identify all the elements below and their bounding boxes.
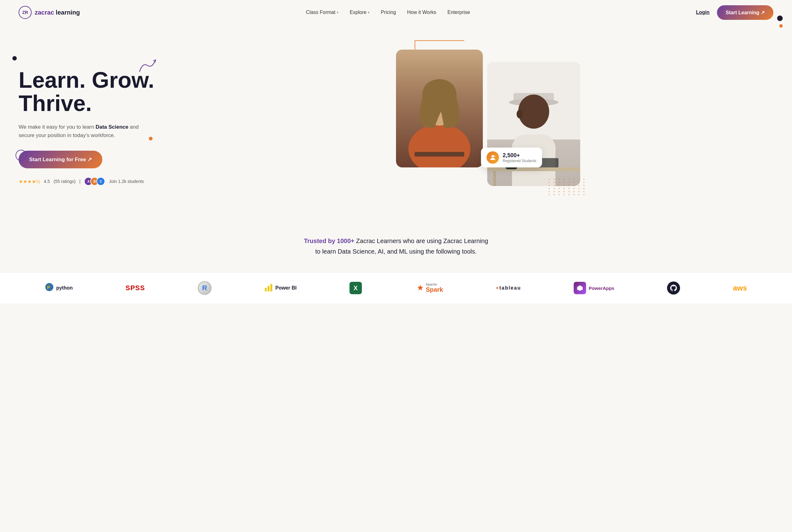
join-text: Join 1.2k students <box>109 179 144 184</box>
hero-dark-dot <box>13 56 17 60</box>
dot-grid-dot <box>578 185 580 186</box>
dot-grid-dot <box>568 194 570 195</box>
svg-point-18 <box>494 156 495 157</box>
divider: | <box>79 179 81 184</box>
logo-icon: ZR <box>19 6 32 19</box>
nav-enterprise[interactable]: Enterprise <box>448 10 470 15</box>
svg-marker-24 <box>577 285 583 291</box>
powerapps-icon <box>574 282 586 294</box>
nav-class-format[interactable]: Class Format ▾ <box>306 10 339 15</box>
dot-grid-dot <box>553 182 555 183</box>
rating-score: 4.5 <box>44 179 50 184</box>
chevron-down-icon: ▾ <box>368 11 370 15</box>
chevron-down-icon: ▾ <box>337 11 339 15</box>
hero-right: 2,500+ Registered Students // Will be re… <box>396 50 773 186</box>
dot-grid-dot <box>553 188 555 189</box>
nav-explore[interactable]: Explore ▾ <box>350 10 370 15</box>
spark-icon: ★ <box>417 284 423 292</box>
dot-grid-dot <box>549 182 550 183</box>
svg-rect-4 <box>415 152 464 156</box>
nav-links: Class Format ▾ Explore ▾ Pricing How it … <box>306 10 470 15</box>
powerbi-label: Power BI <box>276 285 297 291</box>
hero-cta-button[interactable]: Start Learning for Free ↗ <box>19 151 102 168</box>
nav-right: Login Start Learning ↗ <box>696 5 773 20</box>
dot-grid-dot <box>563 185 565 186</box>
tool-aws: aws <box>733 284 747 292</box>
powerbi-icon <box>264 283 273 293</box>
svg-point-17 <box>491 155 494 157</box>
login-button[interactable]: Login <box>696 10 710 15</box>
tool-tableau: +tableau <box>496 285 521 291</box>
svg-text:P: P <box>47 285 50 290</box>
dot-grid-dot <box>578 182 580 183</box>
tools-bar: P python SPSS R Power BI X ★ Apache Spar… <box>0 272 792 304</box>
dot-grid-dot <box>549 188 550 189</box>
dot-grid-dot <box>573 178 574 180</box>
student-avatars: A B C <box>84 177 105 186</box>
dot-grid-dot <box>553 191 555 192</box>
dot-grid-dot <box>549 191 550 192</box>
dot-grid-dot <box>559 188 560 189</box>
r-icon: R <box>198 281 211 295</box>
tool-github <box>667 282 680 294</box>
hero-headline: Learn. Grow. Thrive. <box>19 69 381 115</box>
svg-point-12 <box>516 110 523 118</box>
hero-left: Learn. Grow. Thrive. We make it easy for… <box>19 50 381 186</box>
nav-orange-dot <box>779 24 783 27</box>
dot-grid-dot <box>563 178 565 180</box>
dot-grid-dot <box>568 188 570 189</box>
dot-grid-dot <box>559 182 560 183</box>
dot-grid-dot <box>583 191 585 192</box>
dot-grid-dot <box>553 194 555 195</box>
aws-icon-text: aws <box>733 284 747 292</box>
dot-grid-dot <box>559 185 560 186</box>
woman-studying-image <box>396 50 483 167</box>
tool-r: R <box>198 281 211 295</box>
tool-spark: ★ Apache Spark <box>417 283 443 293</box>
dot-grid-dot <box>563 194 565 195</box>
dot-grid-dot <box>573 188 574 189</box>
dot-grid-dot <box>568 185 570 186</box>
ratings-row: ★★★★½ 4.5 (55 ratings) | A B C Join 1.2k… <box>19 177 381 186</box>
svg-rect-13 <box>487 167 580 171</box>
dot-grid-dot <box>573 182 574 183</box>
hero-image-left <box>396 50 483 186</box>
dot-grid-dot <box>559 191 560 192</box>
python-icon: P <box>45 283 54 293</box>
nav-pricing[interactable]: Pricing <box>381 10 396 15</box>
dot-grid-dot <box>553 178 555 180</box>
github-icon <box>667 282 680 294</box>
tool-excel: X <box>350 282 364 294</box>
badge-content: 2,500+ Registered Students <box>503 152 536 163</box>
dot-grid-dot <box>578 178 580 180</box>
logo[interactable]: ZR zacrac learning <box>19 6 80 19</box>
dot-grid-dot <box>573 191 574 192</box>
dot-grid-decoration: // Will be rendered via JS below <box>549 178 586 195</box>
man-studying-image <box>487 62 580 186</box>
brand-name: zacrac learning <box>35 9 80 16</box>
svg-rect-21 <box>265 288 267 291</box>
squiggle-decoration <box>136 59 158 77</box>
dot-grid-dot <box>583 182 585 183</box>
badge-label-text: Registered Students <box>503 159 536 163</box>
avatar-3: C <box>96 177 105 186</box>
students-badge: 2,500+ Registered Students <box>481 148 542 167</box>
rating-count: (55 ratings) <box>54 179 76 184</box>
svg-rect-14 <box>493 171 496 186</box>
badge-number: 2,500+ <box>503 152 536 159</box>
spss-label: SPSS <box>126 284 145 292</box>
trusted-section: Trusted by 1000+ Zacrac Learners who are… <box>0 217 792 257</box>
dot-grid-dot <box>578 188 580 189</box>
tool-python: P python <box>45 283 73 293</box>
nav-dark-dot <box>777 16 783 21</box>
aws-label-group: aws <box>733 284 747 292</box>
start-learning-button[interactable]: Start Learning ↗ <box>717 5 773 20</box>
dot-grid-dot <box>549 178 550 180</box>
dot-grid-dot <box>568 178 570 180</box>
dot-grid-dot <box>559 178 560 180</box>
nav-how-it-works[interactable]: How it Works <box>407 10 436 15</box>
dot-grid-dot <box>573 185 574 186</box>
dot-grid-dot <box>578 194 580 195</box>
spark-label-group: Apache Spark <box>426 283 443 293</box>
dot-grid-dot <box>549 194 550 195</box>
